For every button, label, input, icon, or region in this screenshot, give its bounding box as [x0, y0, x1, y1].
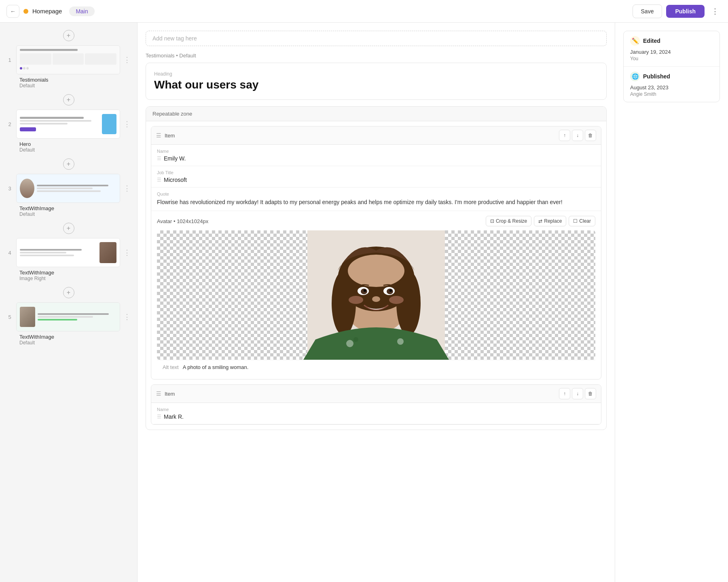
sidebar-item-1-more[interactable]: ⋮	[123, 55, 131, 64]
item-2-up-button[interactable]: ↑	[559, 388, 570, 399]
sidebar-item-1-subtitle: Default	[19, 83, 131, 89]
more-options-button[interactable]: ⋮	[709, 5, 722, 18]
sidebar-add-4: +	[0, 285, 137, 301]
thumb-line	[37, 190, 101, 192]
job-title-field-value[interactable]: Microsoft	[164, 177, 187, 183]
alt-text-label: Alt text	[163, 364, 179, 370]
thumb-5-text	[38, 313, 116, 321]
item-2-icon: ☰	[156, 390, 161, 397]
sidebar-item-3-more[interactable]: ⋮	[123, 184, 131, 193]
replace-button[interactable]: ⇄ Replace	[534, 216, 566, 226]
avatar-header: Avatar • 1024x1024px ⊡ Crop & Resize ⇄	[157, 216, 595, 226]
published-title: Published	[643, 73, 670, 80]
thumb-line	[37, 188, 93, 189]
back-arrow-icon: ←	[10, 8, 16, 15]
item-1-label: Item	[165, 133, 556, 139]
thumb-block	[85, 53, 116, 65]
add-section-button-3[interactable]: +	[63, 223, 74, 234]
item-1-icon: ☰	[156, 132, 161, 139]
save-button[interactable]: Save	[633, 4, 662, 18]
svg-point-17	[372, 296, 380, 302]
sidebar-add-3: +	[0, 220, 137, 236]
item2-name-field-value[interactable]: Mark R.	[164, 413, 184, 420]
add-tag-area[interactable]: Add new tag here	[146, 31, 607, 46]
sidebar-item-5-num: 5	[6, 314, 13, 320]
sidebar-item-3[interactable]: 3 ⋮ TextWithImage	[0, 172, 137, 220]
crop-icon: ⊡	[490, 218, 494, 224]
item-1-delete-button[interactable]: 🗑	[585, 130, 596, 141]
svg-point-22	[397, 338, 404, 345]
alt-text-value[interactable]: A photo of a smiling woman.	[183, 364, 249, 370]
job-title-field-row: Job Title ☰ Microsoft	[151, 166, 601, 188]
branch-badge[interactable]: Main	[69, 6, 94, 16]
sidebar-item-2-more[interactable]: ⋮	[123, 120, 131, 129]
sidebar-item-3-row: 3 ⋮	[0, 172, 137, 205]
edited-title: Edited	[643, 38, 660, 44]
sidebar-item-3-subtitle: Default	[19, 211, 131, 217]
thumb-line	[38, 313, 109, 315]
quote-field-label: Quote	[157, 192, 595, 196]
published-header: 🌐 Published	[630, 72, 713, 81]
sidebar-item-4-meta: TextWithImage Image Right	[0, 269, 137, 285]
svg-point-20	[346, 340, 353, 347]
sidebar-item-2-meta: Hero Default	[0, 140, 137, 156]
add-section-button-4[interactable]: +	[63, 287, 74, 298]
thumb-dot	[26, 67, 29, 70]
name-field-value[interactable]: Emily W.	[164, 155, 186, 162]
add-section-button-top[interactable]: +	[63, 30, 74, 41]
sidebar-item-5-title: TextWithImage	[19, 334, 131, 340]
thumb-line	[20, 49, 78, 51]
status-card: ✏️ Edited January 19, 2024 You 🌐 Publish…	[623, 31, 720, 102]
sidebar-item-5-subtitle: Default	[19, 340, 131, 346]
thumb-4-text	[20, 249, 97, 256]
add-section-button-2[interactable]: +	[63, 158, 74, 170]
publish-button[interactable]: Publish	[666, 5, 705, 18]
sidebar-item-5[interactable]: 5 ⋮ TextWithImage	[0, 301, 137, 349]
sidebar-item-2[interactable]: 2 ⋮ Hero Default	[0, 108, 137, 156]
sidebar-item-1-thumb	[16, 45, 120, 74]
sidebar-add-top: +	[0, 27, 137, 44]
sidebar-item-2-thumb	[16, 110, 120, 139]
repeatable-zone: Repeatable zone ☰ Item ↑ ↓ 🗑 Name ☰	[146, 106, 607, 430]
item2-name-field-icon: ☰	[157, 414, 161, 420]
back-button[interactable]: ←	[6, 5, 19, 18]
avatar-label: Avatar • 1024x1024px	[157, 218, 208, 224]
sidebar-item-2-subtitle: Default	[19, 147, 131, 153]
sidebar-item-1[interactable]: 1	[0, 44, 137, 92]
main-content: Add new tag here Testimonials • Default …	[138, 23, 615, 582]
heading-card: Heading What our users say	[146, 63, 607, 100]
clear-button[interactable]: ☐ Clear	[569, 216, 595, 226]
job-title-field-icon: ☰	[157, 177, 161, 183]
sidebar-item-4-more[interactable]: ⋮	[123, 248, 131, 257]
avatar-section: Avatar • 1024x1024px ⊡ Crop & Resize ⇄	[151, 211, 601, 379]
sidebar-item-1-row: 1	[0, 44, 137, 76]
svg-point-18	[349, 296, 363, 304]
repeatable-zone-header: Repeatable zone	[146, 107, 606, 121]
item-2-down-button[interactable]: ↓	[572, 388, 583, 399]
published-section: 🌐 Published August 23, 2023 Angie Smith	[624, 67, 720, 102]
crop-resize-button[interactable]: ⊡ Crop & Resize	[486, 216, 531, 226]
quote-field-value[interactable]: Flowrise has revolutionized my workday! …	[157, 198, 595, 207]
thumb-block	[20, 53, 51, 65]
item-2-delete-button[interactable]: 🗑	[585, 388, 596, 399]
thumb-4-img	[99, 242, 116, 263]
thumb-twi-text	[37, 185, 116, 192]
thumb-line	[20, 120, 91, 122]
thumb-twi-inner	[17, 174, 120, 202]
add-section-button-1[interactable]: +	[63, 94, 74, 105]
svg-point-15	[364, 289, 366, 292]
published-icon: 🌐	[630, 72, 640, 81]
thumb-line	[20, 123, 68, 124]
item-block-1: ☰ Item ↑ ↓ 🗑 Name ☰ Emily W.	[151, 126, 601, 380]
item-1-down-button[interactable]: ↓	[572, 130, 583, 141]
sidebar-add-1: +	[0, 92, 137, 108]
sidebar-item-5-more[interactable]: ⋮	[123, 312, 131, 321]
sidebar-item-4[interactable]: 4 ⋮ TextWithImage	[0, 236, 137, 285]
item-1-actions: ↑ ↓ 🗑	[559, 130, 596, 141]
job-title-field-label: Job Title	[157, 170, 595, 175]
name-field-row: Name ☰ Emily W.	[151, 145, 601, 166]
item-1-up-button[interactable]: ↑	[559, 130, 570, 141]
replace-icon: ⇄	[538, 218, 542, 224]
job-title-field-value-row: ☰ Microsoft	[157, 177, 595, 183]
sidebar-item-5-thumb	[16, 302, 120, 331]
